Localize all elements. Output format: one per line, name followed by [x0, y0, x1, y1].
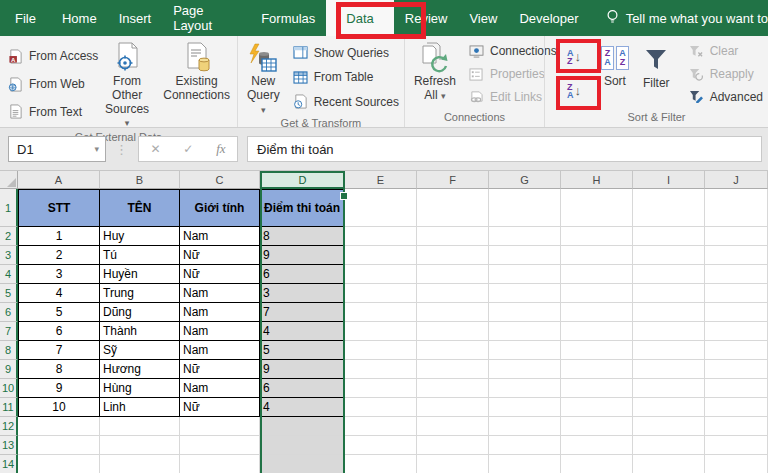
tab-data[interactable]: Data [326, 0, 393, 36]
refresh-all-button[interactable]: Refresh All ▾ [407, 38, 463, 110]
cell-F10[interactable] [417, 379, 489, 398]
cell-B3[interactable]: Tú [100, 246, 180, 265]
cell-I13[interactable] [633, 436, 705, 455]
cell-C8[interactable]: Nam [180, 341, 260, 360]
cell-G12[interactable] [489, 417, 561, 436]
cell-D4[interactable]: 6 [260, 265, 345, 284]
from-table-button[interactable]: From Table [289, 67, 402, 88]
cell-A10[interactable]: 9 [18, 379, 100, 398]
cell-E5[interactable] [345, 284, 417, 303]
cell-A14[interactable] [18, 455, 100, 473]
cell-F2[interactable] [417, 227, 489, 246]
cell-D1[interactable]: Điểm thi toán [260, 189, 345, 227]
cell-B9[interactable]: Hương [100, 360, 180, 379]
name-box[interactable]: D1 ▾ [8, 136, 106, 162]
cell-E6[interactable] [345, 303, 417, 322]
cell-A3[interactable]: 2 [18, 246, 100, 265]
cell-A12[interactable] [18, 417, 100, 436]
cell-H4[interactable] [561, 265, 633, 284]
tab-formulas[interactable]: Formulas [250, 0, 326, 36]
cell-F1[interactable] [417, 189, 489, 227]
cell-I7[interactable] [633, 322, 705, 341]
column-header-D[interactable]: D [260, 171, 345, 189]
formula-input[interactable]: Điểm thi toán [247, 136, 762, 162]
column-header-E[interactable]: E [345, 171, 417, 189]
cell-J1[interactable] [705, 189, 768, 227]
from-access-button[interactable]: A From Access [4, 46, 96, 67]
cell-F7[interactable] [417, 322, 489, 341]
cell-H14[interactable] [561, 455, 633, 473]
cell-H11[interactable] [561, 398, 633, 417]
column-header-F[interactable]: F [417, 171, 489, 189]
cell-I6[interactable] [633, 303, 705, 322]
column-header-H[interactable]: H [561, 171, 633, 189]
cell-D11[interactable]: 4 [260, 398, 345, 417]
cell-G11[interactable] [489, 398, 561, 417]
tab-review[interactable]: Review [394, 0, 459, 36]
cell-C6[interactable]: Nam [180, 303, 260, 322]
row-header-5[interactable]: 5 [0, 284, 18, 303]
cell-A7[interactable]: 6 [18, 322, 100, 341]
cell-I9[interactable] [633, 360, 705, 379]
cell-C4[interactable]: Nữ [180, 265, 260, 284]
column-header-I[interactable]: I [633, 171, 705, 189]
tab-insert[interactable]: Insert [108, 0, 163, 36]
cell-B12[interactable] [100, 417, 180, 436]
cell-C2[interactable]: Nam [180, 227, 260, 246]
row-header-12[interactable]: 12 [0, 417, 18, 436]
cell-G10[interactable] [489, 379, 561, 398]
sort-button[interactable]: ZA AZ Sort [594, 38, 636, 110]
cell-E7[interactable] [345, 322, 417, 341]
name-box-dropdown-icon[interactable]: ▾ [94, 144, 105, 154]
cell-H5[interactable] [561, 284, 633, 303]
cell-D10[interactable]: 6 [260, 379, 345, 398]
cell-F6[interactable] [417, 303, 489, 322]
column-header-A[interactable]: A [18, 171, 100, 189]
cell-I4[interactable] [633, 265, 705, 284]
column-header-J[interactable]: J [705, 171, 768, 189]
cell-C12[interactable] [180, 417, 260, 436]
cell-E13[interactable] [345, 436, 417, 455]
cell-B8[interactable]: Sỹ [100, 341, 180, 360]
cell-A5[interactable]: 4 [18, 284, 100, 303]
row-header-14[interactable]: 14 [0, 455, 18, 473]
cell-D3[interactable]: 9 [260, 246, 345, 265]
cell-J8[interactable] [705, 341, 768, 360]
cell-B10[interactable]: Hùng [100, 379, 180, 398]
cell-F8[interactable] [417, 341, 489, 360]
cell-E10[interactable] [345, 379, 417, 398]
cell-H7[interactable] [561, 322, 633, 341]
cell-B4[interactable]: Huyền [100, 265, 180, 284]
cell-A8[interactable]: 7 [18, 341, 100, 360]
cell-J2[interactable] [705, 227, 768, 246]
cell-C9[interactable]: Nữ [180, 360, 260, 379]
advanced-filter-button[interactable]: Advanced [685, 86, 766, 107]
cell-J3[interactable] [705, 246, 768, 265]
cell-I12[interactable] [633, 417, 705, 436]
cell-B6[interactable]: Dũng [100, 303, 180, 322]
cell-H12[interactable] [561, 417, 633, 436]
cell-B5[interactable]: Trung [100, 284, 180, 303]
cell-A1[interactable]: STT [18, 189, 100, 227]
tab-page-layout[interactable]: Page Layout [162, 0, 250, 36]
row-header-3[interactable]: 3 [0, 246, 18, 265]
cell-I14[interactable] [633, 455, 705, 473]
cell-I3[interactable] [633, 246, 705, 265]
select-all-corner[interactable] [0, 171, 18, 189]
column-header-B[interactable]: B [100, 171, 180, 189]
from-web-button[interactable]: From Web [4, 74, 96, 95]
cell-A13[interactable] [18, 436, 100, 455]
cell-C7[interactable]: Nam [180, 322, 260, 341]
cell-D6[interactable]: 7 [260, 303, 345, 322]
recent-sources-button[interactable]: Recent Sources [289, 91, 402, 112]
cell-H1[interactable] [561, 189, 633, 227]
cell-A4[interactable]: 3 [18, 265, 100, 284]
row-header-13[interactable]: 13 [0, 436, 18, 455]
cell-D8[interactable]: 5 [260, 341, 345, 360]
cell-F13[interactable] [417, 436, 489, 455]
cell-D12[interactable] [260, 417, 345, 436]
tab-developer[interactable]: Developer [508, 0, 589, 36]
from-other-sources-button[interactable]: From Other Sources ▾ [98, 38, 156, 130]
cell-H9[interactable] [561, 360, 633, 379]
cell-J7[interactable] [705, 322, 768, 341]
